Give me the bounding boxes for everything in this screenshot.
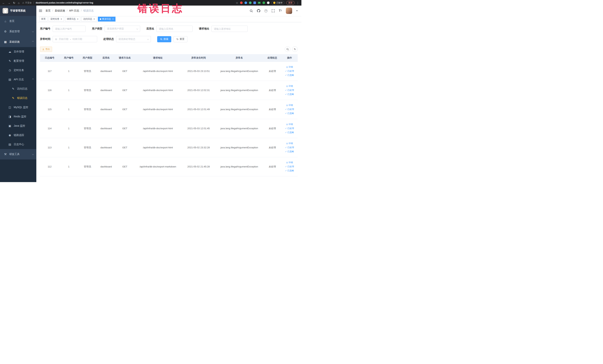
grid-extension-icon[interactable] — [253, 1, 256, 4]
search-button[interactable]: 搜索 — [157, 36, 171, 42]
cell-user-id: 1 — [59, 119, 78, 138]
sidebar-item-api-log[interactable]: ▤ API 日志 — [0, 75, 36, 84]
help-icon[interactable]: ? — [264, 9, 267, 12]
mark-ignored-link[interactable]: ✓已忽略 — [285, 150, 294, 153]
reload-icon[interactable]: ↻ — [13, 1, 15, 4]
process-status-select[interactable]: 请选择处理状态 — [116, 36, 151, 42]
tab-access-log[interactable]: 访问日志 × — [81, 17, 97, 22]
vue-devtools-icon[interactable] — [249, 1, 252, 4]
record-extension-icon[interactable] — [240, 1, 243, 4]
back-icon[interactable]: ← — [2, 1, 5, 4]
security-chip[interactable]: ⚠ 不安全 — [22, 1, 32, 4]
forward-icon[interactable]: → — [8, 1, 10, 4]
detail-link[interactable]: ◎详细 — [286, 142, 293, 145]
date-range-picker[interactable]: ⊞ 开始日期 - 结束日期 — [53, 36, 97, 42]
on-badge-extension-icon[interactable]: on — [258, 2, 261, 4]
app-name-input[interactable] — [156, 26, 193, 32]
mark-ignored-link[interactable]: ✓已忽略 — [285, 112, 294, 115]
sidebar-item-home[interactable]: ⌂ 首页 — [0, 16, 36, 26]
sidebar-item-system[interactable]: ⚙ 系统管理 — [0, 26, 36, 37]
sidebar-item-config-manage[interactable]: ✎ 配置管理 — [0, 56, 36, 66]
tab-scheduled-job[interactable]: 定时任务 × — [48, 17, 64, 22]
check-icon: ✓ — [285, 165, 287, 168]
refresh-table-button[interactable]: ↻ — [292, 46, 298, 52]
tab-close-icon[interactable]: × — [61, 18, 62, 20]
detail-link[interactable]: ◎详细 — [286, 161, 293, 164]
detail-link[interactable]: ◎详细 — [286, 123, 293, 126]
mark-ignored-link[interactable]: ✓已忽略 — [285, 74, 294, 77]
sidebar: 芋道管理系统 ⌂ 首页 ⚙ 系统管理 ▦ 基础设施 — [0, 6, 36, 182]
mark-processed-link[interactable]: ✓已处理 — [285, 89, 294, 92]
bookmark-star-icon[interactable]: ☆ — [236, 1, 238, 4]
address-bar[interactable]: ⚠ 不安全 dashboard.yudao.iocoder.cn/infra/l… — [22, 1, 233, 4]
breadcrumb-infra[interactable]: 基础设施 — [55, 9, 68, 12]
sidebar-item-infra[interactable]: ▦ 基础设施 — [0, 37, 36, 47]
avatar-caret-icon[interactable] — [296, 10, 298, 11]
tab-error-log[interactable]: 错误日志 × — [98, 17, 116, 22]
mark-processed-link[interactable]: ✓已处理 — [285, 165, 294, 168]
fullscreen-icon[interactable] — [272, 9, 275, 12]
hamburger-icon[interactable] — [39, 10, 42, 12]
breadcrumb-api-log[interactable]: API 日志 — [69, 9, 81, 12]
redis-icon: ◨ — [8, 115, 12, 118]
tab-paused-badge[interactable]: 已暂停 — [271, 1, 284, 5]
export-button[interactable]: 导出 — [40, 47, 52, 52]
chevron-up-icon — [32, 78, 34, 80]
table-row: 113 1 管理员 dashboard GET /api/infra/db-do… — [40, 138, 298, 157]
toggle-search-button[interactable] — [285, 46, 290, 52]
cell-log-id: 114 — [40, 119, 59, 138]
filter-row-1: 用户编号 用户类型 请选择用户类型 应用名 — [40, 26, 298, 32]
search-icon[interactable] — [250, 9, 253, 12]
sidebar-item-error-log[interactable]: ✎ 错误日志 — [0, 94, 36, 103]
sidebar-item-scheduled-job[interactable]: ◷ 定时任务 — [0, 66, 36, 75]
request-url-input[interactable] — [211, 26, 248, 32]
tab-close-icon[interactable]: × — [93, 18, 95, 20]
drop-extension-icon[interactable] — [244, 1, 247, 4]
tab-close-icon[interactable]: × — [77, 18, 79, 20]
user-id-input[interactable] — [53, 26, 86, 32]
sidebar-item-java-monitor[interactable]: ▣ Java 监控 — [0, 121, 36, 130]
breadcrumb-home[interactable]: 首页 — [46, 9, 53, 12]
mark-ignored-link[interactable]: ✓已忽略 — [285, 131, 294, 134]
mark-processed-link[interactable]: ✓已处理 — [285, 70, 294, 73]
cell-user-type: 管理员 — [78, 61, 97, 81]
col-actions: 操作 — [281, 54, 298, 61]
detail-link[interactable]: ◎详细 — [286, 84, 293, 88]
sidebar-item-redis-monitor[interactable]: ◨ Redis 监控 — [0, 112, 36, 121]
avatar[interactable] — [286, 8, 292, 14]
tab-home[interactable]: 首页 — [39, 17, 47, 22]
green-extension-icon[interactable] — [263, 1, 265, 4]
detail-link[interactable]: ◎详细 — [286, 104, 293, 107]
sidebar-item-file-manage[interactable]: ☁ 文件管理 — [0, 47, 36, 56]
kebab-menu-icon[interactable]: ⋮ — [296, 1, 299, 4]
paw-extension-icon[interactable] — [267, 1, 269, 4]
reset-button[interactable]: ↻ 重置 — [174, 36, 187, 42]
sidebar-item-mysql-monitor[interactable]: ◫ MySQL 监控 — [0, 103, 36, 112]
cell-user-id: 1 — [59, 81, 78, 100]
url-text[interactable]: dashboard.yudao.iocoder.cn/infra/log/api… — [35, 1, 93, 4]
chrome-update-button[interactable]: 更新 — [286, 1, 295, 5]
col-log-id: 日志编号 — [40, 54, 59, 61]
sidebar-item-log-center[interactable]: ▤ 日志中心 — [0, 140, 36, 149]
sidebar-item-access-log[interactable]: ✎ 访问日志 — [0, 84, 36, 94]
mark-ignored-link[interactable]: ✓已忽略 — [285, 169, 294, 172]
edit-square-icon: ✎ — [12, 96, 15, 100]
tab-close-icon[interactable]: × — [112, 18, 114, 20]
cell-app-name: dashboard — [97, 81, 116, 100]
cell-method: GET — [116, 138, 134, 157]
mark-ignored-link[interactable]: ✓已忽略 — [285, 93, 294, 96]
font-size-icon[interactable]: TT — [279, 9, 282, 12]
mark-processed-link[interactable]: ✓已处理 — [285, 127, 294, 130]
mark-processed-link[interactable]: ✓已处理 — [285, 146, 294, 149]
sidebar-item-trace[interactable]: ◉ 链路追踪 — [0, 130, 36, 140]
detail-link[interactable]: ◎详细 — [286, 65, 293, 69]
sidebar-item-dev-tools[interactable]: ⚒ 研发工具 — [0, 149, 36, 159]
github-icon[interactable] — [257, 9, 260, 12]
eye-trace-icon: ◉ — [8, 133, 12, 137]
tab-job-log[interactable]: 调度日志 × — [65, 17, 81, 22]
app-logo[interactable]: 芋道管理系统 — [0, 6, 36, 16]
mark-processed-link[interactable]: ✓已处理 — [285, 108, 294, 111]
search-icon — [286, 48, 289, 50]
home-nav-icon[interactable]: ⌂ — [18, 1, 20, 4]
user-type-select[interactable]: 请选择用户类型 — [104, 26, 140, 32]
